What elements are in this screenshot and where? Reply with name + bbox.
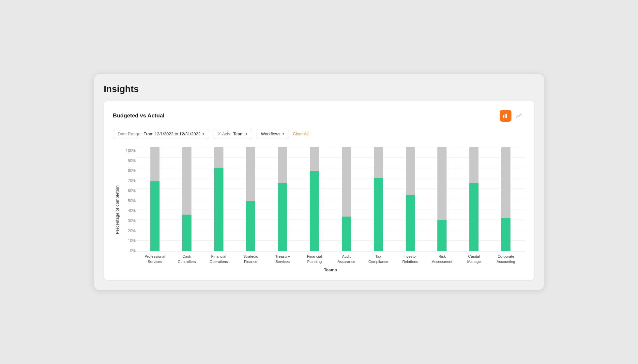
x-axis-title: Teams bbox=[136, 267, 525, 272]
y-tick: 90% bbox=[122, 159, 136, 163]
bar-actual bbox=[469, 183, 478, 251]
card-title: Budgeted vs Actual bbox=[113, 113, 164, 119]
svg-rect-2 bbox=[506, 114, 507, 118]
bar-actual bbox=[310, 171, 319, 251]
date-range-value: From 12/1/2022 to 12/31/2022 bbox=[144, 131, 201, 136]
bar-actual bbox=[214, 168, 223, 251]
bar-stack bbox=[278, 147, 287, 251]
chart-type-toggle bbox=[500, 110, 525, 122]
x-label: CapitalManage bbox=[458, 254, 490, 264]
date-range-label: Date Range: bbox=[118, 131, 142, 136]
bar-remaining bbox=[501, 147, 510, 218]
bar-actual bbox=[374, 178, 383, 251]
bar-group bbox=[394, 147, 426, 251]
workflows-filter[interactable]: Workflows ▾ bbox=[256, 129, 289, 139]
bar-remaining bbox=[469, 147, 478, 183]
y-tick: 10% bbox=[122, 239, 136, 243]
x-label: ProfessionalServices bbox=[139, 254, 171, 264]
bar-group bbox=[235, 147, 266, 251]
bar-remaining bbox=[310, 147, 319, 171]
bar-group bbox=[139, 147, 171, 251]
bars-container bbox=[136, 147, 525, 251]
x-label: FinancialPlanning bbox=[298, 254, 330, 264]
x-label: AuditAssurance bbox=[330, 254, 362, 264]
y-tick: 60% bbox=[122, 189, 136, 193]
bar-actual bbox=[437, 220, 447, 251]
bar-stack bbox=[501, 147, 510, 251]
bar-chart-button[interactable] bbox=[500, 110, 511, 122]
bar-actual bbox=[406, 195, 415, 251]
bar-actual bbox=[278, 183, 287, 251]
bar-actual bbox=[342, 217, 351, 251]
x-label: TreasuryServices bbox=[266, 254, 298, 264]
y-tick: 50% bbox=[122, 199, 136, 203]
date-range-chevron: ▾ bbox=[203, 132, 204, 136]
page-title: Insights bbox=[104, 84, 534, 94]
bar-group bbox=[330, 147, 362, 251]
bar-remaining bbox=[278, 147, 287, 183]
bar-stack bbox=[310, 147, 319, 251]
y-tick: 70% bbox=[122, 179, 136, 183]
svg-rect-0 bbox=[503, 115, 504, 118]
svg-rect-1 bbox=[505, 114, 506, 118]
bar-group bbox=[298, 147, 330, 251]
bar-stack bbox=[406, 147, 415, 251]
bar-group bbox=[490, 147, 522, 251]
y-axis: 100%90%80%70%60%50%40%30%20%10%0% bbox=[122, 147, 136, 272]
y-tick: 0% bbox=[122, 249, 136, 253]
x-label: TaxCompliance bbox=[362, 254, 394, 264]
bar-actual bbox=[150, 181, 160, 251]
bar-stack bbox=[374, 147, 383, 251]
bar-stack bbox=[150, 147, 160, 251]
bar-remaining bbox=[182, 147, 191, 215]
outer-card: Insights Budgeted vs Actual bbox=[94, 74, 544, 290]
x-label: CashControllers bbox=[171, 254, 203, 264]
bar-group bbox=[362, 147, 394, 251]
bar-stack bbox=[214, 147, 223, 251]
bar-group bbox=[458, 147, 490, 251]
y-tick: 100% bbox=[122, 149, 136, 153]
bar-remaining bbox=[150, 147, 160, 181]
workflows-label: Workflows bbox=[261, 131, 281, 136]
bar-group bbox=[266, 147, 298, 251]
y-tick: 40% bbox=[122, 209, 136, 213]
clear-all-button[interactable]: Clear All bbox=[293, 131, 309, 136]
date-range-filter[interactable]: Date Range: From 12/1/2022 to 12/31/2022… bbox=[113, 129, 209, 139]
bar-group bbox=[203, 147, 235, 251]
bar-remaining bbox=[246, 147, 255, 201]
bar-remaining bbox=[406, 147, 415, 195]
chart-body: ProfessionalServicesCashControllersFinan… bbox=[136, 147, 525, 272]
svg-rect-3 bbox=[508, 116, 508, 118]
xaxis-value: Team bbox=[233, 131, 244, 136]
bar-stack bbox=[437, 147, 447, 251]
y-tick: 80% bbox=[122, 169, 136, 173]
x-label: StrategicFinance bbox=[235, 254, 266, 264]
line-chart-button[interactable] bbox=[513, 110, 525, 122]
y-axis-label: Percentage of completion bbox=[115, 185, 120, 234]
bar-group bbox=[171, 147, 203, 251]
bar-actual bbox=[246, 201, 255, 251]
bar-group bbox=[426, 147, 458, 251]
bar-actual bbox=[182, 215, 191, 251]
xaxis-chevron: ▾ bbox=[246, 132, 247, 136]
bar-stack bbox=[469, 147, 478, 251]
y-tick: 20% bbox=[122, 229, 136, 233]
x-label: CorporateAccounting bbox=[490, 254, 522, 264]
bar-stack bbox=[246, 147, 255, 251]
bar-remaining bbox=[342, 147, 351, 217]
y-axis-label-container: Percentage of completion bbox=[113, 147, 122, 272]
x-label: FinancialOperations bbox=[203, 254, 235, 264]
workflows-chevron: ▾ bbox=[282, 132, 284, 136]
x-labels: ProfessionalServicesCashControllersFinan… bbox=[136, 254, 525, 264]
bar-remaining bbox=[437, 147, 447, 220]
chart-area: Percentage of completion 100%90%80%70%60… bbox=[113, 147, 525, 272]
bar-stack bbox=[182, 147, 191, 251]
xaxis-label: X-Axis: bbox=[218, 131, 231, 136]
bar-actual bbox=[501, 218, 510, 251]
filters-row: Date Range: From 12/1/2022 to 12/31/2022… bbox=[113, 129, 525, 139]
bar-remaining bbox=[214, 147, 223, 168]
chart-card: Budgeted vs Actual bbox=[104, 101, 534, 280]
x-label: RiskAssessment bbox=[426, 254, 458, 264]
xaxis-filter[interactable]: X-Axis: Team ▾ bbox=[213, 129, 252, 139]
y-tick: 30% bbox=[122, 219, 136, 223]
